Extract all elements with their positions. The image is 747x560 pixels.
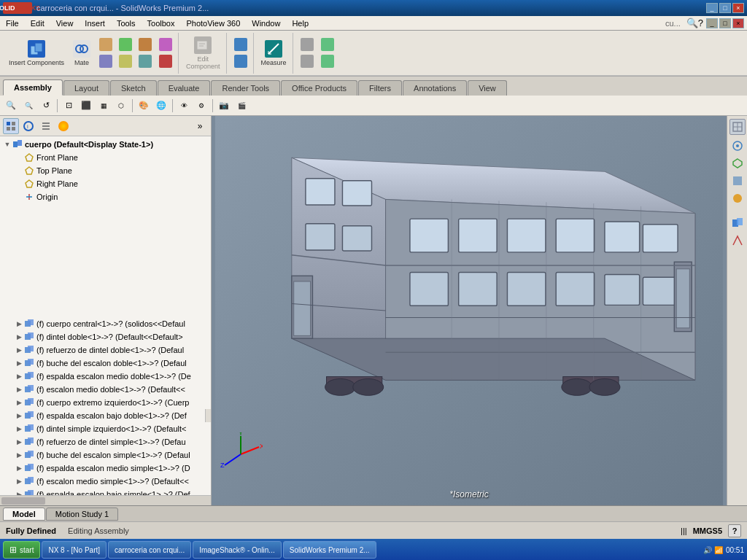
tab-model[interactable]: Model: [3, 508, 45, 521]
tree-expand-c7[interactable]: ▶: [15, 398, 23, 407]
view-section-button[interactable]: ⬛: [78, 98, 94, 114]
list-item[interactable]: ▶ (f) dintel simple izquierdo<1>->? (Def…: [0, 422, 211, 435]
mirror-button[interactable]: [231, 53, 250, 69]
zoom-out-button[interactable]: 🔍: [20, 98, 36, 114]
panel-btn-display[interactable]: [55, 118, 71, 134]
minimize-button[interactable]: _: [706, 3, 718, 13]
list-item[interactable]: ▶ (f) cuerpo extremo izquierdo<1>->? (Cu…: [0, 396, 211, 409]
tab-sketch[interactable]: Sketch: [110, 80, 157, 96]
rt-view-btn2[interactable]: [729, 138, 746, 154]
taskbar-btn-carroceria[interactable]: carroceria con crqui...: [108, 541, 191, 559]
interference-button[interactable]: [156, 53, 175, 69]
tree-item-front-plane[interactable]: Front Plane: [0, 151, 211, 164]
tree-item-root[interactable]: ▼ cuerpo (Default<Display State-1>): [0, 138, 211, 151]
toolbar-extra-btn4[interactable]: [318, 53, 337, 69]
list-item[interactable]: ▶ (f) cuerpo central<1>->? (solidos<<Def…: [0, 317, 211, 330]
3d-viewport[interactable]: X Y Z *Isometric: [212, 116, 727, 505]
insert-components-button[interactable]: Insert Components: [6, 35, 67, 71]
window-minimize-button[interactable]: _: [706, 18, 718, 28]
list-item[interactable]: ▶ (f) buche del escalon simple<1>->? (De…: [0, 448, 211, 462]
tree-expand-top[interactable]: [15, 166, 23, 175]
exploded-view-button[interactable]: [156, 36, 175, 52]
taskbar-btn-imageshack[interactable]: ImageShack® - Onlin...: [193, 541, 282, 559]
list-item[interactable]: ▶ (f) escalon medio simple<1>->? (Defaul…: [0, 475, 211, 488]
photo-view-button[interactable]: 📷: [216, 98, 232, 114]
view-display1[interactable]: ▦: [96, 98, 112, 114]
rt-view-btn5[interactable]: [729, 190, 746, 206]
view-display2[interactable]: ⬡: [113, 98, 129, 114]
rotate-component-button[interactable]: [136, 36, 155, 52]
view-component-button[interactable]: ⚙: [193, 98, 209, 114]
rt-view-btn4[interactable]: [729, 173, 746, 189]
tree-expand-c6[interactable]: ▶: [15, 385, 23, 394]
window-restore-button[interactable]: □: [719, 18, 731, 28]
menu-tools[interactable]: Tools: [111, 18, 142, 29]
tree-expand-right[interactable]: [15, 179, 23, 188]
list-item[interactable]: ▶ (f) dintel doble<1>->? (Default<<Defau…: [0, 330, 211, 343]
panel-expand-button[interactable]: »: [192, 118, 208, 134]
zoom-in-button[interactable]: 🔍: [3, 98, 19, 114]
tree-item-top-plane[interactable]: Top Plane: [0, 164, 211, 177]
tree-item-right-plane[interactable]: Right Plane: [0, 177, 211, 190]
toolbar-extra-btn1[interactable]: [298, 36, 317, 52]
toolbar-extra-btn3[interactable]: [318, 36, 337, 52]
taskbar-btn-nx8[interactable]: NX 8 - [No Part]: [42, 541, 107, 559]
menu-help-icon[interactable]: ?: [698, 18, 703, 28]
rt-view-btn1[interactable]: [729, 119, 746, 135]
rotate-view-button[interactable]: ↺: [38, 98, 54, 114]
tree-expand-c11[interactable]: ▶: [15, 451, 23, 459]
move-component-button[interactable]: [116, 36, 135, 52]
menu-window[interactable]: Window: [246, 18, 286, 29]
list-item[interactable]: ▶ (f) espalda escalon medio doble<1>->? …: [0, 370, 211, 383]
window-close-button[interactable]: ×: [732, 18, 744, 28]
tree-expand-c8[interactable]: ▶: [15, 411, 23, 420]
reference-geometry-button[interactable]: [136, 53, 155, 69]
mate-button[interactable]: Mate: [69, 35, 95, 71]
tree-expand-c5[interactable]: ▶: [15, 372, 23, 381]
panel-btn-propmgr[interactable]: i: [20, 118, 36, 134]
rt-view-btn6[interactable]: [729, 215, 746, 231]
assembly-features-button[interactable]: [96, 53, 115, 69]
status-help-button[interactable]: ?: [728, 524, 741, 537]
menu-insert[interactable]: Insert: [79, 18, 111, 29]
tree-expand-c10[interactable]: ▶: [15, 438, 23, 446]
tree-expand-c14[interactable]: ▶: [15, 490, 23, 495]
list-item[interactable]: ▶ (f) refuerzo de dintel doble<1>->? (De…: [0, 343, 211, 357]
tab-view[interactable]: View: [468, 80, 507, 96]
tab-annotations[interactable]: Annotations: [403, 80, 467, 96]
tree-expand-c3[interactable]: ▶: [15, 346, 23, 354]
tab-motion-study[interactable]: Motion Study 1: [46, 508, 118, 521]
tree-expand-c12[interactable]: ▶: [15, 464, 23, 472]
measure-button[interactable]: Measure: [258, 35, 290, 71]
tree-expand-c4[interactable]: ▶: [15, 359, 23, 368]
tree-expand-c2[interactable]: ▶: [15, 332, 23, 341]
tab-layout[interactable]: Layout: [63, 80, 109, 96]
tree-horizontal-scrollbar[interactable]: [0, 495, 211, 505]
taskbar-btn-solidworks[interactable]: SolidWorks Premium 2...: [283, 541, 376, 559]
panel-btn-config[interactable]: [38, 118, 54, 134]
tab-render-tools[interactable]: Render Tools: [211, 80, 280, 96]
list-item[interactable]: ▶ (f) escalon medio doble<1>->? (Default…: [0, 383, 211, 396]
list-item[interactable]: ▶ (f) refuerzo de dintel simple<1>->? (D…: [0, 435, 211, 448]
tab-filters[interactable]: Filters: [358, 80, 402, 96]
tree-expand-origin[interactable]: [15, 192, 23, 201]
menu-file[interactable]: File: [0, 18, 25, 29]
scroll-handle[interactable]: [205, 409, 211, 422]
tree-expand-c1[interactable]: ▶: [15, 319, 23, 328]
menu-view[interactable]: View: [50, 18, 80, 29]
tree-expand-c9[interactable]: ▶: [15, 424, 23, 433]
hscroll-thumb[interactable]: [1, 497, 45, 505]
linear-pattern-button[interactable]: [231, 36, 250, 52]
list-item[interactable]: ▶ (f) espalda escalon bajo simple<1>->? …: [0, 488, 211, 495]
record-button[interactable]: 🎬: [233, 98, 249, 114]
appearance-button[interactable]: 🎨: [136, 98, 152, 114]
smart-fasteners-button[interactable]: [96, 36, 115, 52]
tree-expand-root[interactable]: ▼: [3, 140, 12, 149]
menu-edit[interactable]: Edit: [25, 18, 50, 29]
tab-office-products[interactable]: Office Products: [281, 80, 357, 96]
start-button[interactable]: ⊞ start: [3, 541, 40, 559]
list-item[interactable]: ▶ (f) espalda escalon bajo doble<1>->? (…: [0, 409, 211, 422]
maximize-button[interactable]: □: [719, 3, 731, 13]
rt-view-btn3[interactable]: [729, 155, 746, 171]
menu-help[interactable]: Help: [286, 18, 314, 29]
